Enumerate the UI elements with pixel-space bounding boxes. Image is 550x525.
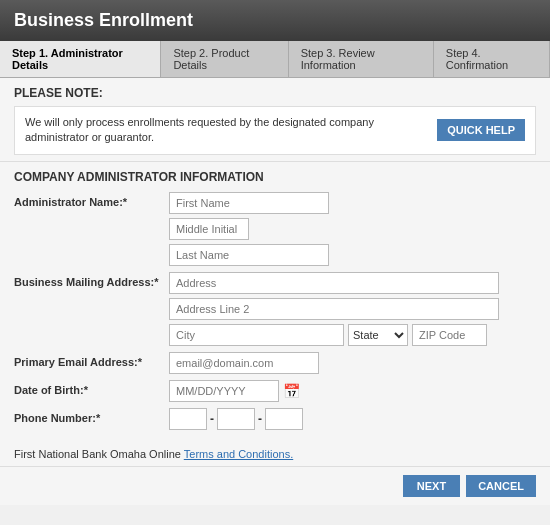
page-header: Business Enrollment	[0, 0, 550, 41]
dob-label: Date of Birth:*	[14, 380, 169, 396]
dob-row: Date of Birth:* 📅	[14, 380, 536, 402]
step-1-tab[interactable]: Step 1. Administrator Details	[0, 41, 161, 77]
phone-dash-2: -	[258, 412, 262, 426]
steps-bar: Step 1. Administrator Details Step 2. Pr…	[0, 41, 550, 78]
state-select[interactable]: StateALAKAZARCACOCTDEFLGAHIIDILINIAKSKYL…	[348, 324, 408, 346]
step-2-tab[interactable]: Step 2. Product Details	[161, 41, 288, 77]
phone-label: Phone Number:*	[14, 408, 169, 424]
next-button[interactable]: NEXT	[403, 475, 460, 497]
address-label: Business Mailing Address:*	[14, 272, 169, 288]
email-fields	[169, 352, 536, 374]
terms-row: First National Bank Omaha Online Terms a…	[0, 444, 550, 466]
form-section: COMPANY ADMINISTRATOR INFORMATION Admini…	[0, 162, 550, 444]
dob-fields: 📅	[169, 380, 536, 402]
phone-dash-1: -	[210, 412, 214, 426]
address-row: Business Mailing Address:* StateALAKAZAR…	[14, 272, 536, 346]
footer-buttons: NEXT CANCEL	[0, 466, 550, 505]
email-label: Primary Email Address:*	[14, 352, 169, 368]
dob-input-group: 📅	[169, 380, 536, 402]
note-title: PLEASE NOTE:	[14, 86, 536, 100]
phone-fields: - -	[169, 408, 536, 430]
email-input[interactable]	[169, 352, 319, 374]
phone-last-input[interactable]	[265, 408, 303, 430]
city-input[interactable]	[169, 324, 344, 346]
step-3-tab[interactable]: Step 3. Review Information	[289, 41, 434, 77]
note-section: PLEASE NOTE: We will only process enroll…	[0, 78, 550, 162]
cancel-button[interactable]: CANCEL	[466, 475, 536, 497]
terms-prefix: First National Bank Omaha Online	[14, 448, 184, 460]
address-input[interactable]	[169, 272, 499, 294]
phone-mid-input[interactable]	[217, 408, 255, 430]
admin-name-row: Administrator Name:*	[14, 192, 536, 266]
note-body: We will only process enrollments request…	[14, 106, 536, 155]
phone-input-group: - -	[169, 408, 536, 430]
main-content: PLEASE NOTE: We will only process enroll…	[0, 78, 550, 505]
note-text: We will only process enrollments request…	[25, 115, 427, 146]
admin-name-fields	[169, 192, 536, 266]
calendar-icon[interactable]: 📅	[283, 383, 300, 399]
city-state-zip-row: StateALAKAZARCACOCTDEFLGAHIIDILINIAKSKYL…	[169, 324, 536, 346]
zip-input[interactable]	[412, 324, 487, 346]
address-fields: StateALAKAZARCACOCTDEFLGAHIIDILINIAKSKYL…	[169, 272, 536, 346]
dob-input[interactable]	[169, 380, 279, 402]
phone-area-input[interactable]	[169, 408, 207, 430]
address2-input[interactable]	[169, 298, 499, 320]
page-title: Business Enrollment	[14, 10, 536, 31]
first-name-input[interactable]	[169, 192, 329, 214]
terms-link[interactable]: Terms and Conditions.	[184, 448, 293, 460]
section-title: COMPANY ADMINISTRATOR INFORMATION	[14, 170, 536, 184]
step-4-tab[interactable]: Step 4. Confirmation	[434, 41, 550, 77]
phone-row: Phone Number:* - -	[14, 408, 536, 430]
middle-initial-input[interactable]	[169, 218, 249, 240]
last-name-input[interactable]	[169, 244, 329, 266]
admin-name-label: Administrator Name:*	[14, 192, 169, 208]
quick-help-button[interactable]: QUICK HELP	[437, 119, 525, 141]
email-row: Primary Email Address:*	[14, 352, 536, 374]
